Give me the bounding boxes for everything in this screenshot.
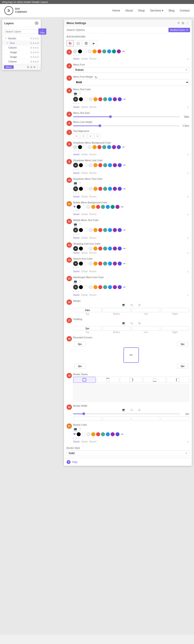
section-settings-icon[interactable]: ⚙	[30, 37, 32, 40]
device-icon-4[interactable]: 💻	[73, 92, 78, 96]
swatch-purple-13[interactable]	[113, 246, 117, 250]
swatch-black-14[interactable]	[79, 262, 83, 266]
swatch-black-1[interactable]	[78, 50, 82, 53]
swatch-red-10[interactable]	[98, 187, 102, 191]
swatch-purple-4[interactable]	[113, 97, 117, 101]
img1-duplicate-icon[interactable]: ⊕	[33, 51, 34, 54]
global-11[interactable]: Global	[81, 213, 88, 216]
settings-more-icon[interactable]: ⋮	[186, 21, 189, 25]
swatch-purple-10[interactable]	[113, 187, 117, 191]
layers-search-input[interactable]	[4, 29, 38, 34]
swatch-red-1[interactable]	[98, 50, 102, 53]
global-1[interactable]: Global	[81, 58, 88, 61]
global-13[interactable]: Global	[81, 252, 88, 255]
swatch-black-11[interactable]	[77, 205, 81, 209]
global-12[interactable]: Global	[81, 237, 88, 240]
swatch-green-10[interactable]	[103, 187, 107, 191]
settings-search-input[interactable]	[64, 27, 168, 33]
device-icon-12[interactable]: 💻	[73, 222, 78, 227]
layers-item-section[interactable]: ▼ Section ⚙ ⊕ ⊗ ☰	[2, 36, 41, 41]
padding-top-input[interactable]	[73, 326, 102, 330]
swatch-black-15[interactable]	[79, 285, 83, 289]
swatch-orange-8[interactable]	[92, 145, 96, 149]
section-duplicate-icon[interactable]: ⊕	[33, 37, 34, 40]
swatch-checker-8[interactable]	[73, 145, 77, 149]
swatch-violet-12[interactable]	[118, 228, 122, 232]
dots-8[interactable]: • • •	[73, 149, 189, 152]
swatch-red-15[interactable]	[98, 285, 102, 289]
swatch-light-21[interactable]	[86, 432, 90, 436]
recent-1[interactable]: Recent	[89, 58, 96, 61]
swatch-red-12[interactable]	[98, 228, 102, 232]
swatch-red-21[interactable]	[96, 432, 100, 436]
padding-bottom-input[interactable]	[102, 326, 131, 330]
swatch-white-12[interactable]	[84, 228, 88, 232]
module-more-icon[interactable]: ⋮	[36, 66, 39, 68]
saved-21[interactable]: Saved	[73, 440, 79, 444]
swatch-white-11[interactable]	[82, 205, 86, 209]
module-add-icon[interactable]: ⊕	[30, 66, 32, 68]
refresh-14[interactable]: ↻	[187, 270, 189, 273]
recent-13[interactable]: Recent	[89, 252, 96, 255]
saved-11[interactable]: Saved	[73, 213, 79, 216]
dots-9[interactable]: • • •	[73, 168, 189, 171]
saved-14[interactable]: Saved	[73, 270, 79, 273]
swatch-blue-14[interactable]	[108, 262, 112, 266]
swatch-white-4[interactable]	[84, 97, 88, 101]
section-drag-icon[interactable]: ☰	[37, 37, 39, 40]
swatch-red-11[interactable]	[96, 205, 100, 209]
refresh-10[interactable]: ↻	[187, 196, 189, 198]
dots-12[interactable]: • • •	[73, 232, 189, 236]
swatch-orange-9[interactable]	[94, 163, 98, 167]
swatch-black-21[interactable]	[77, 432, 81, 436]
swatch-orange-11[interactable]	[91, 205, 95, 209]
saved-10[interactable]: Saved	[73, 196, 79, 198]
layers-close-button[interactable]: ✕	[34, 21, 38, 25]
bw-link-icon[interactable]: ⊞	[130, 408, 133, 412]
col2-delete-icon[interactable]: ⊗	[35, 60, 36, 63]
border-style-select[interactable]: Solid Dashed Dotted None	[66, 450, 189, 456]
row-duplicate-icon[interactable]: ⊕	[33, 42, 34, 44]
swatch-blue-21[interactable]	[106, 432, 110, 436]
img1-drag-icon[interactable]: ☰	[37, 51, 39, 54]
swatch-red-4[interactable]	[98, 97, 102, 101]
swatch-black-13[interactable]	[79, 246, 83, 250]
eyedropper-13[interactable]: ✒	[73, 246, 78, 251]
section-delete-icon[interactable]: ⊗	[35, 37, 36, 40]
refresh-13[interactable]: ↻	[187, 252, 189, 255]
swatch-green-1[interactable]	[102, 50, 106, 53]
recent-9[interactable]: Recent	[89, 172, 96, 175]
bg-image-btn[interactable]: 🖼	[82, 40, 90, 46]
swatch-red-14[interactable]	[98, 262, 102, 266]
recent-11[interactable]: Recent	[89, 213, 96, 216]
recent-8[interactable]: Recent	[89, 153, 96, 156]
modified-styles-badge[interactable]: Modified Styles ✕	[168, 28, 190, 32]
swatch-green-12[interactable]	[103, 228, 107, 232]
layers-item-column2[interactable]: Column ⚙ ⊕ ⊗ ☰	[2, 59, 41, 64]
layers-item-row[interactable]: ▼ Row ⚙ ⊕ ⊗ ☰	[2, 41, 41, 46]
align-justify-btn[interactable]: ≡	[94, 134, 100, 139]
swatch-purple-21[interactable]	[111, 432, 115, 436]
module-settings-icon[interactable]: ⚙	[27, 66, 29, 68]
global-15[interactable]: Global	[81, 294, 88, 297]
swatch-blue-15[interactable]	[108, 285, 112, 289]
swatch-black-8[interactable]	[78, 145, 82, 149]
row-settings-icon[interactable]: ⚙	[30, 42, 32, 44]
swatch-green-14[interactable]	[103, 262, 107, 266]
swatch-green-15[interactable]	[103, 285, 107, 289]
swatch-violet-10[interactable]	[118, 187, 122, 191]
eyedropper-9[interactable]: ✒	[73, 163, 78, 168]
swatch-pencil-13[interactable]: ✏	[122, 246, 126, 250]
saved-4[interactable]: Saved	[73, 106, 79, 109]
swatch-orange-15[interactable]	[94, 285, 98, 289]
refresh-12[interactable]: ↻	[187, 237, 189, 240]
layers-item-column1[interactable]: Column ⚙ ⊕ ⊗ ☰	[2, 46, 41, 50]
recent-4[interactable]: Recent	[89, 106, 96, 109]
module-delete-icon[interactable]: ⊗	[33, 66, 36, 68]
border-right-btn[interactable]	[120, 377, 142, 383]
swatch-black-4[interactable]	[79, 97, 83, 101]
global-14[interactable]: Global	[81, 270, 88, 273]
margin-expand-icon[interactable]: ⊠	[138, 303, 141, 306]
swatch-purple-14[interactable]	[113, 262, 117, 266]
refresh-9[interactable]: ↻	[187, 172, 189, 175]
